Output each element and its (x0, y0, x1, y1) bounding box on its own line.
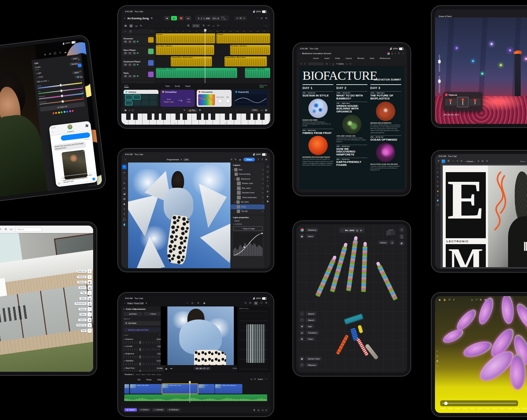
settings-gear-icon[interactable]: ⚙ (4, 228, 7, 231)
document-title[interactable]: Biofacture Innovation Summit (302, 52, 331, 55)
viewer-icon[interactable]: 🖻 (254, 302, 258, 305)
type-tool-icon[interactable]: T (124, 213, 125, 216)
reset-icon[interactable]: ↺ (82, 91, 84, 94)
inspect-button[interactable]: ▤ Inspect (124, 408, 137, 411)
plugin-power-icon[interactable] (125, 91, 127, 93)
record-button[interactable] (178, 16, 184, 20)
layer-visibility-icon[interactable]: ⊙ (262, 201, 264, 203)
send-button[interactable]: ↑ (92, 177, 95, 180)
solo-button[interactable]: S (128, 63, 132, 66)
appearance-icon[interactable]: ◩ (399, 241, 404, 246)
view-tool-icon[interactable]: ⌗ (299, 362, 304, 367)
panel-button-icon[interactable]: ▨ (88, 296, 92, 301)
masking-icon[interactable]: ◐ (81, 81, 82, 83)
slider-track[interactable] (124, 348, 162, 351)
crop-icon[interactable]: ↯ (44, 53, 46, 57)
glissando-icon[interactable]: — (261, 109, 263, 112)
color-dot[interactable] (58, 112, 60, 114)
material-tool-icon[interactable]: ◩ (436, 360, 438, 362)
wet-knob[interactable] (226, 99, 230, 103)
cycle-button[interactable]: ⇄ (185, 16, 191, 20)
fade-tool-icon[interactable]: ⟓ (213, 24, 214, 27)
solo-button[interactable]: S (128, 40, 132, 43)
mute-button[interactable]: M (124, 40, 127, 43)
device-icon[interactable]: ▯ (392, 52, 393, 55)
mixer-view-icon[interactable]: ▥ (129, 24, 133, 27)
select-menu[interactable]: Select (258, 378, 263, 380)
lock-icon[interactable]: 🔒 (443, 298, 446, 301)
track-header[interactable]: Pads M S R (121, 69, 156, 81)
plugin-channel-eq[interactable]: Channel EQ (233, 90, 268, 107)
window-controls[interactable] (51, 127, 55, 128)
share-button[interactable]: Share (243, 158, 255, 161)
tool-item[interactable]: ✖ Tools (299, 337, 319, 341)
solo-button[interactable]: S (128, 75, 132, 78)
template-icon[interactable]: ⊡ (130, 30, 132, 33)
tool-item[interactable]: ◠ Sketch (299, 318, 319, 322)
video-clip[interactable] (124, 384, 129, 394)
eraser-tool-icon[interactable]: ◪ (123, 192, 125, 195)
keys-zoom-icon[interactable]: ▦ (265, 109, 267, 112)
style-value[interactable]: Clean (187, 101, 191, 103)
redo-icon[interactable]: ↻ (235, 158, 236, 161)
fill-tool-icon[interactable]: ◆ (437, 190, 439, 192)
camera-icon[interactable]: ⏣ (480, 298, 482, 301)
modeling-button[interactable]: Modeling (306, 228, 318, 232)
display-icon[interactable]: ▭ (10, 228, 13, 231)
flipbook-frame[interactable] (469, 98, 481, 106)
region[interactable]: Keyboard Player - Block Chords (225, 56, 267, 66)
layer-row[interactable]: Sweater under ⊙ (231, 181, 265, 186)
back-chevron-icon[interactable]: ‹ (299, 52, 300, 55)
track-header[interactable]: Drummer M S R (121, 35, 156, 46)
eyedropper-tool-icon[interactable]: 💧 (123, 223, 126, 226)
app-icon[interactable] (299, 227, 304, 232)
photo-canvas[interactable] (128, 163, 231, 268)
animate-button[interactable]: ◇ Animate (152, 408, 165, 411)
panel-button[interactable]: Shadows ◐ (77, 275, 92, 279)
align-icon[interactable]: ≡ (346, 63, 347, 65)
settings-icon[interactable]: ◔ (256, 17, 258, 20)
panel-button-icon[interactable]: ◐ (88, 275, 92, 279)
panel-back-chevron[interactable]: ‹ (124, 308, 124, 310)
select-tool-icon[interactable]: ⬚ (123, 177, 125, 180)
snap-menu[interactable]: ⋯ (265, 24, 267, 27)
slider-thumb[interactable] (62, 100, 64, 103)
adjustment-slider[interactable]: ◎ Highlights11.27 (124, 360, 162, 365)
document-icon[interactable] (442, 160, 445, 163)
layer-row[interactable]: Top right ⊙ (231, 209, 265, 214)
tool-icon[interactable]: ✚ (299, 324, 304, 329)
color-dot[interactable] (63, 111, 66, 113)
more-icon[interactable]: ⋯ (69, 50, 72, 54)
skip-forward-icon[interactable]: ⏭ (170, 367, 172, 370)
clone-tool-icon[interactable]: ⚭ (123, 187, 125, 190)
info-icon[interactable]: ⓘ (54, 52, 57, 56)
collapse-icon[interactable]: ⊖ (360, 229, 362, 232)
header-more-icon[interactable]: ⋯ (150, 30, 153, 33)
region[interactable]: Drummer (156, 33, 215, 43)
project-title[interactable]: Video Final Edit (127, 302, 144, 305)
undo-icon[interactable]: ↺ (230, 158, 232, 161)
zoom-tool-icon[interactable]: ◌ (437, 208, 439, 210)
export-frame-icon[interactable]: ▣ (266, 200, 268, 202)
layer-row[interactable]: Curve ⊙ (231, 204, 265, 209)
color-wheel-icon[interactable] (387, 52, 390, 55)
layer-row[interactable]: Saturation boost ⊙ (231, 191, 265, 196)
messages-window[interactable]: ‹ Anupama 🎥 Delivered Great! Can you sha… (49, 121, 98, 187)
solo-button[interactable]: S (128, 52, 132, 55)
back-chevron-icon[interactable]: ‹ (124, 302, 125, 305)
flipbook-panel[interactable]: Flipbook (443, 92, 482, 111)
help-icon[interactable]: ? (262, 158, 263, 161)
panel-button-icon[interactable]: ℹ (88, 269, 92, 273)
tool-icon[interactable]: ◌ (299, 311, 304, 316)
brush-opacity-slider[interactable] (439, 76, 440, 93)
strip-tab[interactable]: Output (183, 85, 193, 88)
flipbook-frame[interactable] (445, 98, 456, 106)
panel-button-icon[interactable]: ◇ (88, 291, 92, 295)
slider-track[interactable] (124, 363, 162, 365)
model-value[interactable]: Modern Tube (164, 101, 174, 103)
more-icon[interactable]: ⋯ (452, 160, 455, 163)
poster-artboard[interactable]: E LECTRONIC M USIC AV SO (443, 165, 527, 267)
add-mask-button[interactable]: ⊞Add Mask (124, 321, 162, 325)
slider-track[interactable] (124, 356, 162, 358)
play-button[interactable]: ▶ (171, 16, 177, 20)
